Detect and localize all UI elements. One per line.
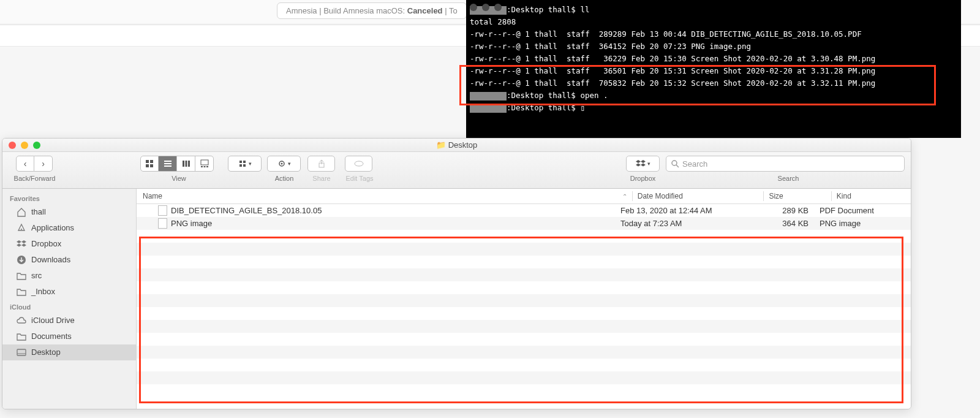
- folder-icon: [16, 287, 26, 297]
- sidebar-item-desktop[interactable]: Desktop: [2, 344, 136, 360]
- sidebar-item-src[interactable]: src: [2, 268, 136, 284]
- cloud-icon: [16, 316, 26, 326]
- table-row[interactable]: DIB_DETECTING_AGILE_BS_2018.10.05Feb 13,…: [137, 204, 911, 217]
- redacted-host: [470, 104, 507, 113]
- file-size: 289 KB: [752, 206, 820, 215]
- term-line-0: :Desktop thall$ ll: [507, 5, 589, 14]
- tag-icon: [354, 160, 364, 167]
- table-row-empty: [137, 320, 911, 333]
- grid-icon: [145, 159, 154, 168]
- svg-rect-6: [164, 165, 172, 167]
- view-gallery-button[interactable]: [195, 156, 214, 172]
- window-title: Desktop: [448, 140, 478, 150]
- svg-rect-11: [201, 166, 203, 167]
- sidebar-item-_inbox[interactable]: _Inbox: [2, 284, 136, 300]
- table-row[interactable]: PNG imageToday at 7:23 AM364 KBPNG image: [137, 217, 911, 230]
- sidebar-heading-favorites: Favorites: [2, 191, 136, 204]
- svg-rect-26: [17, 349, 26, 355]
- term-line-1: total 2808: [470, 17, 516, 26]
- sort-ascending-icon[interactable]: ⌃: [622, 193, 627, 200]
- share-label: Share: [306, 175, 337, 182]
- svg-rect-4: [164, 161, 172, 162]
- sidebar-item-downloads[interactable]: Downloads: [2, 252, 136, 268]
- dropbox-button[interactable]: ▾: [626, 156, 660, 172]
- svg-rect-17: [243, 164, 246, 167]
- terminal-window[interactable]: :Desktop thall$ ll total 2808 -rw-r--r--…: [466, 0, 961, 138]
- sidebar-item-label: _Inbox: [31, 286, 55, 298]
- zoom-icon[interactable]: [33, 142, 40, 149]
- table-row-empty: [137, 243, 911, 256]
- file-kind: PDF Document: [820, 206, 899, 215]
- file-date: Today at 7:23 AM: [620, 219, 752, 228]
- sidebar-item-thall[interactable]: thall: [2, 204, 136, 220]
- terminal-zoom-icon[interactable]: [494, 4, 502, 11]
- action-label: Action: [266, 175, 303, 182]
- file-name: PNG image: [171, 219, 212, 228]
- finder-window[interactable]: 📁Desktop ‹ › Back/Forward View: [2, 138, 911, 409]
- finder-titlebar[interactable]: 📁Desktop: [2, 139, 911, 152]
- column-header-row[interactable]: Name ⌃ Date Modified Size Kind: [137, 189, 911, 204]
- finder-toolbar: ‹ › Back/Forward View ▾: [2, 152, 911, 189]
- table-row-empty: [137, 346, 911, 359]
- finder-traffic-lights[interactable]: [9, 142, 40, 149]
- col-name-header[interactable]: Name: [137, 192, 617, 200]
- terminal-minimize-icon[interactable]: [482, 4, 489, 11]
- share-button[interactable]: [307, 156, 335, 172]
- sidebar-item-label: Downloads: [31, 254, 70, 266]
- svg-rect-15: [243, 161, 246, 163]
- term-line-8: :Desktop thall$: [507, 103, 580, 112]
- desktop-icon: [16, 348, 26, 358]
- col-size-header[interactable]: Size: [764, 192, 831, 200]
- search-icon: [671, 160, 679, 168]
- edit-tags-button[interactable]: [345, 156, 372, 172]
- action-button[interactable]: ▾: [267, 156, 301, 172]
- sidebar-heading-icloud: iCloud: [2, 300, 136, 313]
- columns-icon: [182, 159, 190, 168]
- chevron-down-icon: ▾: [288, 161, 291, 167]
- search-label: Search: [770, 175, 807, 182]
- svg-rect-13: [206, 166, 208, 167]
- file-icon: [158, 218, 167, 229]
- arrange-button[interactable]: ▾: [228, 156, 262, 172]
- svg-rect-7: [183, 161, 184, 167]
- gallery-icon: [200, 159, 209, 168]
- svg-rect-9: [188, 161, 190, 167]
- status-canceled: Canceled: [407, 6, 443, 15]
- sidebar-item-icloud-drive[interactable]: iCloud Drive: [2, 313, 136, 329]
- svg-point-24: [21, 229, 22, 230]
- dropbox-icon: [636, 159, 646, 168]
- term-line-2: -rw-r--r--@ 1 thall staff 289289 Feb 13 …: [470, 29, 862, 39]
- col-kind-header[interactable]: Kind: [832, 192, 911, 200]
- table-row-empty: [137, 333, 911, 346]
- sidebar-item-label: Dropbox: [31, 238, 61, 250]
- svg-rect-10: [201, 160, 208, 165]
- close-icon[interactable]: [9, 142, 16, 149]
- apps-icon: [16, 223, 26, 234]
- sidebar-item-dropbox[interactable]: Dropbox: [2, 236, 136, 252]
- view-columns-button[interactable]: [177, 156, 195, 172]
- terminal-traffic-lights[interactable]: [470, 4, 502, 11]
- file-name: DIB_DETECTING_AGILE_BS_2018.10.05: [171, 206, 322, 215]
- forward-button[interactable]: ›: [34, 156, 53, 172]
- gear-icon: [277, 159, 286, 168]
- table-row-empty: [137, 281, 911, 294]
- status-prefix: Amnesia | Build Amnesia macOS:: [286, 6, 407, 15]
- view-list-button[interactable]: [159, 156, 177, 172]
- sidebar-item-label: Desktop: [31, 346, 61, 359]
- svg-point-21: [355, 161, 363, 166]
- minimize-icon[interactable]: [21, 142, 28, 149]
- terminal-close-icon[interactable]: [470, 4, 477, 11]
- file-icon: [158, 205, 167, 216]
- terminal-output[interactable]: :Desktop thall$ ll total 2808 -rw-r--r--…: [466, 2, 961, 118]
- term-line-4: -rw-r--r--@ 1 thall staff 36229 Feb 20 1…: [470, 54, 875, 63]
- svg-point-22: [672, 161, 677, 165]
- sidebar-item-label: Documents: [31, 330, 72, 343]
- term-line-5: -rw-r--r--@ 1 thall staff 36501 Feb 20 1…: [470, 66, 875, 75]
- search-input[interactable]: Search: [666, 156, 905, 172]
- col-date-header[interactable]: Date Modified: [633, 192, 764, 200]
- sidebar-item-documents[interactable]: Documents: [2, 329, 136, 344]
- svg-rect-3: [150, 164, 153, 167]
- sidebar-item-applications[interactable]: Applications: [2, 220, 136, 236]
- back-button[interactable]: ‹: [16, 156, 34, 172]
- view-icons-button[interactable]: [140, 156, 159, 172]
